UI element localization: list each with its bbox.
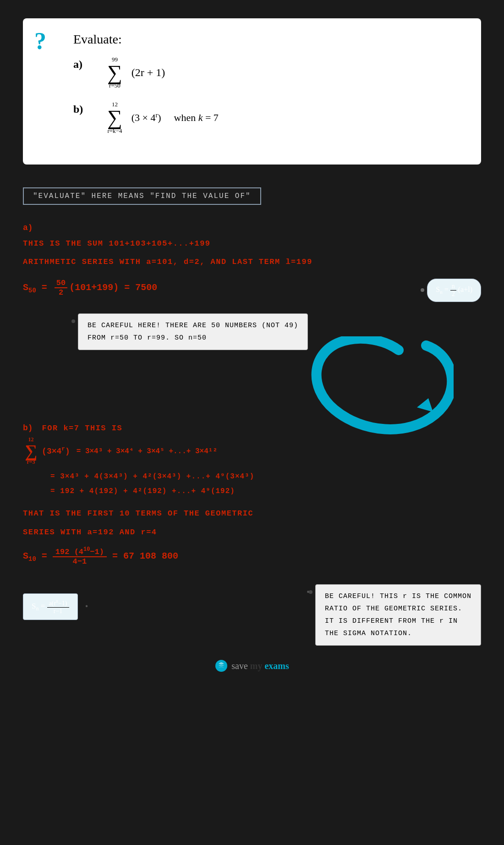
sigma-lower-a: r=50: [109, 82, 121, 89]
b-line3-text: = 192 + 4(192) + 4²(192) +...+ 4⁹(192): [50, 487, 235, 495]
geo-line1: THAT IS THE FIRST 10 TERMS OF THE GEOMET…: [23, 507, 481, 521]
blue-arrow-area: [23, 355, 481, 437]
svg-marker-1: [417, 398, 433, 412]
careful-line1: BE CAREFUL HERE! THERE ARE 50 NUMBERS (N…: [88, 322, 298, 329]
sigma-lower-b-ans: r=3: [27, 459, 35, 466]
sigma-symbol-a: ∑: [107, 63, 122, 82]
answer-section: "EVALUATE" HERE MEANS "FIND THE VALUE OF…: [0, 178, 504, 681]
part-b-line3: = 192 + 4(192) + 4²(192) +...+ 4⁹(192): [50, 484, 481, 499]
part-a-label: a): [73, 56, 87, 71]
sigma-term-b: (3 × 4r): [131, 112, 161, 124]
careful-box-a: BE CAREFUL HERE! THERE ARE 50 NUMBERS (N…: [78, 313, 308, 350]
careful-box-bottom-container: • BE CAREFUL! THIS r IS THE COMMON RATIO…: [306, 584, 481, 646]
careful-b-line1: BE CAREFUL! THIS r IS THE COMMON: [325, 593, 471, 600]
part-b-sigma-row: 12 ∑ r=3 (3×4r) = 3×4³ + 3×4⁴ + 3×4⁵ +..…: [23, 436, 481, 466]
sigma-term-b-ans: (3×4r): [42, 446, 70, 456]
careful-box-bottom: BE CAREFUL! THIS r IS THE COMMON RATIO O…: [315, 584, 481, 646]
when-k-text: when k = 7: [174, 112, 219, 124]
question-title: Evaluate:: [73, 32, 458, 47]
s50-text: S50 = 502(101+199) = 7500: [23, 282, 157, 293]
sn-formula-box-bottom: Sn = a(rn−1)r−1: [23, 593, 78, 620]
part-a-answer-label: a): [23, 223, 481, 232]
footer: save my exams: [23, 646, 481, 681]
s50-row: S50 = 502(101+199) = 7500 Sn = n2 (a+l): [23, 279, 481, 302]
b-line2-text: = 3×4³ + 4(3×4³) + 4²(3×4³) +...+ 4⁹(3×4…: [50, 472, 254, 481]
footer-my: my: [250, 661, 263, 671]
part-a-line2: ARITHMETIC SERIES WITH a=101, d=2, AND L…: [23, 255, 481, 269]
footer-exams: exams: [264, 661, 289, 671]
careful-bottom-row: • BE CAREFUL! THIS r IS THE COMMON RATIO…: [306, 584, 481, 646]
question-parts: a) 99 ∑ r=50 (2r + 1) b) 12 ∑: [73, 56, 458, 135]
careful-b-line2: RATIO OF THE GEOMETRIC SERIES.: [325, 605, 462, 613]
sigma-symbol-b-ans: ∑: [25, 443, 37, 459]
part-b-line2: = 3×4³ + 4(3×4³) + 4²(3×4³) +...+ 4⁹(3×4…: [50, 469, 481, 484]
question-part-b: b) 12 ∑ r=k−4 (3 × 4r) when k = 7: [73, 101, 458, 134]
sn-formula-callout: Sn = n2 (a+l): [427, 279, 481, 302]
bottom-row: Sn = a(rn−1)r−1 • • BE CAREFUL! THIS r I…: [23, 584, 481, 646]
careful-line2: FROM r=50 TO r=99. SO n=50: [88, 334, 207, 342]
geo-note: THAT IS THE FIRST 10 TERMS OF THE GEOMET…: [23, 507, 481, 539]
bullet-dot: •: [84, 603, 89, 611]
sigma-lower-b: r=k−4: [107, 127, 122, 135]
geo-line2: SERIES WITH a=192 AND r=4: [23, 526, 481, 540]
question-part-a: a) 99 ∑ r=50 (2r + 1): [73, 56, 458, 89]
sn-formula-box: Sn = n2 (a+l): [427, 279, 481, 302]
part-b-line1: = 3×4³ + 3×4⁴ + 3×4⁵ +...+ 3×4¹²: [77, 446, 217, 455]
part-a-solution: a) THIS IS THE SUM 101+103+105+...+199 A…: [23, 223, 481, 350]
sigma-symbol-b: ∑: [107, 108, 122, 127]
question-card: ? Evaluate: a) 99 ∑ r=50 (2r + 1) b): [23, 18, 481, 165]
s10-formula-container: S10 = 192 (410−1)4−1 = 67 108 800: [23, 546, 481, 566]
svg-text:?: ?: [34, 30, 46, 54]
footer-save: save: [231, 661, 248, 671]
savemyexams-icon: [215, 659, 228, 672]
part-b-label: b): [73, 101, 87, 115]
careful-b-line4: THE SIGMA NOTATION.: [325, 630, 412, 637]
svg-point-2: [215, 660, 227, 672]
sigma-term-a: (2r + 1): [131, 66, 165, 79]
part-b-solution: b) FOR k=7 THIS IS 12 ∑ r=3 (3×4r) = 3×4…: [23, 423, 481, 566]
careful-b-line3: IT IS DIFFERENT FROM THE r IN: [325, 617, 458, 625]
part-a-line1: THIS IS THE SUM 101+103+105+...+199: [23, 237, 481, 251]
sn-formula-bottom: Sn = a(rn−1)r−1 •: [23, 584, 89, 620]
s10-formula: S10 = 192 (410−1)4−1 = 67 108 800: [23, 551, 178, 561]
s50-formula-left: S50 = 502(101+199) = 7500: [23, 279, 157, 297]
evaluate-note-container: "EVALUATE" HERE MEANS "FIND THE VALUE OF…: [23, 178, 481, 214]
evaluate-note: "EVALUATE" HERE MEANS "FIND THE VALUE OF…: [23, 187, 261, 205]
blue-circular-arrow: [298, 336, 454, 437]
question-icon: ?: [34, 30, 55, 55]
